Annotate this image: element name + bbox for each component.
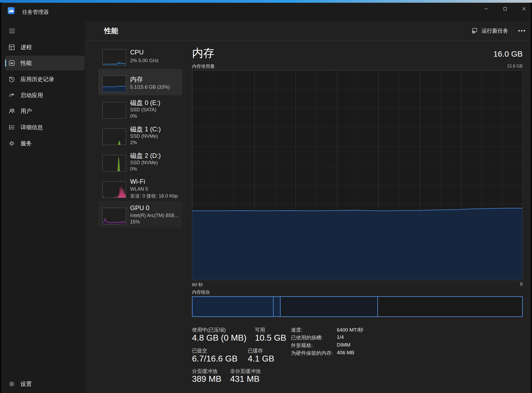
stat-value: 10.5 GB	[255, 333, 286, 343]
memory-title: 内存	[192, 46, 214, 61]
perf-item-detail: SSD (SATA)	[130, 107, 156, 113]
perf-item-gpu0[interactable]: GPU 0 Intel(R) Arc(TM) B58… 15%	[98, 201, 182, 227]
sidebar-item-settings[interactable]: 设置	[5, 376, 85, 391]
perf-item-name: GPU 0	[130, 204, 149, 212]
sidebar-item-performance[interactable]: 性能	[5, 56, 85, 70]
detail-label: 速度:	[291, 327, 302, 333]
more-options-button[interactable]: •••	[515, 24, 529, 37]
stat-label: 可用	[255, 327, 265, 333]
run-new-task-label: 运行新任务	[482, 27, 508, 34]
disk0-mini-chart	[102, 102, 126, 119]
sidebar-item-startup-apps[interactable]: 启动应用	[5, 88, 85, 103]
page-title: 性能	[104, 26, 118, 36]
memory-mini-chart	[102, 76, 126, 92]
perf-item-name: CPU	[130, 49, 144, 56]
detail-value: 1/4	[337, 334, 344, 340]
stat-value: 4.8 GB (0 MB)	[192, 333, 247, 343]
window-title: 任务管理器	[22, 9, 49, 16]
sidebar-item-label: 性能	[21, 59, 32, 67]
stat-label: 已缓存	[248, 347, 263, 354]
hamburger-menu-icon[interactable]	[7, 26, 17, 36]
sidebar-item-label: 进程	[21, 44, 32, 51]
composition-modified-segment	[274, 297, 281, 316]
perf-item-detail: 2%	[130, 140, 137, 146]
perf-item-name: Wi-Fi	[130, 178, 145, 185]
sidebar-item-label: 设置	[21, 380, 32, 388]
cpu-mini-chart	[102, 49, 126, 66]
stat-value: 4.1 GB	[248, 354, 274, 364]
app-history-icon	[8, 76, 15, 83]
sidebar-item-label: 启动应用	[21, 92, 43, 99]
composition-standby-segment	[281, 297, 378, 316]
perf-item-disk1[interactable]: 磁盘 1 (C:) SSD (NVMe) 2%	[98, 122, 182, 148]
close-button[interactable]	[516, 3, 530, 15]
perf-item-detail: 5.1/15.6 GB (33%)	[130, 84, 170, 90]
startup-apps-icon	[8, 92, 15, 99]
sidebar-item-processes[interactable]: 进程	[5, 40, 85, 55]
composition-in-use-segment	[193, 297, 274, 316]
detail-value: 406 MB	[337, 350, 354, 356]
users-icon	[8, 108, 15, 115]
perf-item-detail: 发送: 0 接收: 16.0 Kbp	[130, 193, 178, 199]
titlebar: 任务管理器	[2, 3, 530, 19]
wifi-mini-chart	[102, 181, 126, 198]
settings-icon	[8, 380, 15, 387]
chart-time-right-label: 0	[443, 282, 523, 287]
perf-item-name: 磁盘 2 (D:)	[130, 151, 161, 160]
perf-item-wifi[interactable]: Wi-Fi WLAN 5 发送: 0 接收: 16.0 Kbp	[98, 175, 182, 201]
processes-icon	[8, 44, 15, 51]
detail-value: DIMM	[337, 342, 350, 348]
task-manager-logo-icon	[8, 7, 15, 14]
task-manager-window: 任务管理器 进程 性能	[2, 3, 530, 393]
perf-item-detail: SSD (NVMe)	[130, 160, 158, 166]
chart-time-left-label: 60 秒	[192, 282, 203, 288]
sidebar-item-details[interactable]: 详细信息	[5, 120, 85, 135]
content-panel: 性能 运行新任务 •••	[85, 21, 530, 393]
sidebar-item-users[interactable]: 用户	[5, 104, 85, 119]
perf-item-detail: WLAN 5	[130, 186, 148, 192]
content-header: 性能 运行新任务 •••	[85, 21, 530, 41]
perf-item-disk2[interactable]: 磁盘 2 (D:) SSD (NVMe) 0%	[98, 148, 182, 175]
gpu-mini-chart	[102, 208, 126, 224]
perf-item-name: 磁盘 1 (C:)	[130, 125, 161, 133]
perf-item-detail: 2% 5.00 GHz	[130, 58, 159, 64]
sidebar-item-label: 应用历史记录	[21, 76, 54, 83]
perf-item-detail: Intel(R) Arc(TM) B58…	[130, 213, 179, 218]
details-icon	[8, 124, 15, 131]
memory-usage-label: 内存使用量	[192, 63, 215, 69]
background-window-edge	[0, 0, 532, 3]
detail-label: 为硬件保留的内存:	[291, 350, 333, 357]
perf-item-memory[interactable]: 内存 5.1/15.6 GB (33%)	[98, 69, 182, 95]
sidebar-item-app-history[interactable]: 应用历史记录	[5, 72, 85, 87]
sidebar-item-services[interactable]: 服务	[5, 136, 85, 151]
sidebar-item-label: 服务	[21, 140, 32, 147]
detail-label: 已使用的插槽:	[291, 334, 323, 341]
stat-label: 使用中(已压缩)	[192, 327, 226, 333]
perf-item-name: 磁盘 0 (E:)	[130, 99, 160, 107]
performance-icon	[8, 60, 15, 66]
minimize-button[interactable]	[478, 3, 494, 15]
desktop: 任务管理器 进程 性能	[0, 0, 532, 393]
disk2-mini-chart	[102, 155, 126, 171]
detail-value: 6400 MT/秒	[337, 327, 363, 333]
detail-label: 外形规格:	[291, 342, 313, 349]
stat-value: 389 MB	[192, 374, 221, 384]
stat-value: 431 MB	[230, 374, 259, 384]
stat-label: 已提交	[192, 347, 207, 354]
run-new-task-button[interactable]: 运行新任务	[469, 24, 511, 37]
perf-item-detail: SSD (NVMe)	[130, 133, 158, 139]
perf-item-detail: 0%	[130, 166, 137, 172]
perf-item-detail: 15%	[130, 219, 140, 225]
composition-free-segment	[378, 297, 522, 316]
memory-total: 16.0 GB	[443, 49, 523, 58]
header-divider	[512, 26, 512, 36]
new-task-icon	[471, 27, 478, 34]
selection-indicator	[5, 60, 6, 66]
perf-item-name: 内存	[130, 75, 143, 84]
memory-usage-chart	[192, 70, 523, 280]
perf-item-cpu[interactable]: CPU 2% 5.00 GHz	[98, 42, 182, 69]
maximize-button[interactable]	[497, 3, 513, 15]
perf-item-disk0[interactable]: 磁盘 0 (E:) SSD (SATA) 0%	[98, 95, 182, 122]
perf-item-detail: 0%	[130, 113, 137, 119]
memory-usage-max: 15.6 GB	[443, 64, 523, 69]
